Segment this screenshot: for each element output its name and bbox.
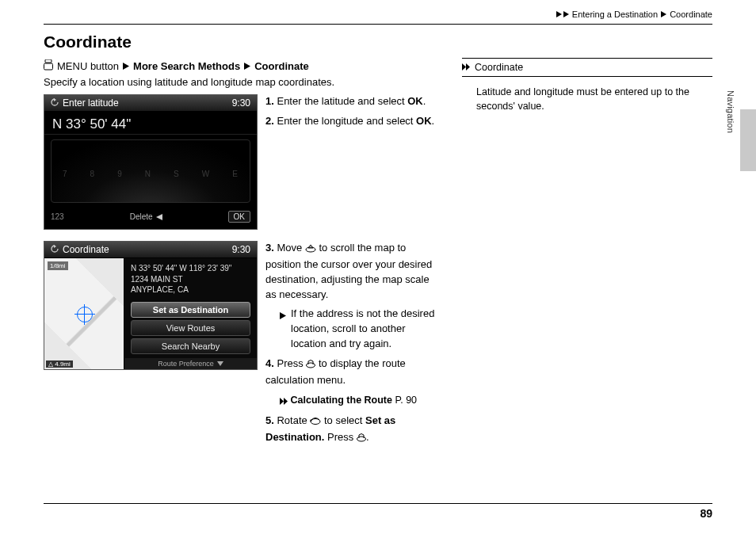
menu-button-icon	[44, 59, 53, 73]
triangle-icon	[563, 11, 569, 17]
map-scale: 1/8mi	[48, 261, 68, 270]
svg-marker-10	[217, 361, 223, 366]
step-number: 2.	[265, 115, 274, 127]
press-button-icon	[306, 358, 315, 373]
step-number: 5.	[265, 414, 274, 426]
link-icon	[280, 395, 288, 409]
step-number: 1.	[265, 95, 274, 107]
page: Entering a Destination Coordinate Coordi…	[44, 0, 712, 515]
svg-marker-7	[54, 98, 56, 101]
svg-rect-4	[44, 63, 53, 70]
step-ok: OK	[407, 95, 423, 107]
chevron-down-icon	[217, 361, 223, 366]
side-note-body: Latitude and longitude must be entered u…	[462, 77, 712, 113]
step-text: Move to scroll the map to position the c…	[265, 242, 432, 300]
section-tab	[740, 109, 756, 171]
triangle-icon	[123, 63, 129, 70]
page-number: 89	[44, 503, 712, 520]
main-column: MENU button More Search Methods Coordina…	[44, 58, 440, 462]
cross-reference: Calculating the Route P. 90	[265, 393, 440, 409]
step-text: Enter the latitude and select	[277, 95, 407, 107]
joystick-icon	[305, 242, 316, 257]
triangle-icon	[244, 63, 250, 70]
svg-marker-8	[156, 214, 162, 220]
side-note-header: Coordinate	[462, 58, 712, 77]
breadcrumb-level-1: Entering a Destination	[572, 10, 658, 19]
path-text-1: MENU button	[57, 60, 119, 72]
screenshot-coordinate-map: Coordinate 9:30 1/8mi △ 4.9mi N	[44, 241, 258, 370]
page-title: Coordinate	[44, 32, 712, 51]
triangle-icon	[661, 11, 666, 17]
section-tab-label: Navigation	[726, 90, 735, 133]
step-text: Rotate to select Set as Destination. Pre…	[265, 414, 395, 443]
path-text-3: Coordinate	[254, 60, 309, 72]
svg-marker-6	[244, 63, 250, 70]
menu-search-nearby: Search Nearby	[131, 338, 250, 354]
svg-marker-1	[563, 11, 569, 17]
step-number: 3.	[265, 242, 274, 254]
device-clock: 9:30	[232, 97, 250, 109]
svg-marker-21	[466, 63, 470, 71]
svg-marker-13	[280, 312, 286, 319]
menu-view-routes: View Routes	[131, 320, 250, 336]
ok-button: OK	[228, 211, 250, 223]
step-text: Enter the longitude and select	[277, 115, 416, 127]
svg-marker-5	[123, 63, 129, 70]
screenshot-enter-latitude: Enter latitude 9:30 N 33° 50' 44" 789NSW…	[44, 94, 258, 230]
triangle-icon	[280, 309, 286, 352]
svg-marker-15	[280, 398, 284, 405]
menu-path: MENU button More Search Methods Coordina…	[44, 59, 440, 73]
delete-button: Delete	[130, 212, 162, 221]
address-readout: N 33° 50' 44" W 118° 23' 39" 1234 MAIN S…	[124, 258, 257, 300]
side-column: Coordinate Latitude and longitude must b…	[462, 58, 712, 462]
latitude-readout: N 33° 50' 44"	[44, 112, 257, 135]
svg-point-19	[357, 437, 365, 441]
intro-text: Specify a location using latitude and lo…	[44, 76, 440, 88]
device-title: Coordinate	[63, 244, 109, 255]
step-text: Press to display the route calculation m…	[265, 357, 406, 386]
step-number: 4.	[265, 357, 274, 369]
breadcrumb-level-2: Coordinate	[670, 10, 712, 19]
svg-rect-3	[45, 59, 52, 63]
device-title: Enter latitude	[63, 97, 119, 109]
svg-marker-16	[284, 398, 288, 405]
keypad-label: 123	[51, 212, 64, 221]
triangle-left-icon	[156, 214, 162, 220]
triangle-icon	[556, 11, 562, 17]
link-icon	[462, 62, 470, 73]
press-button-icon	[357, 432, 366, 447]
svg-point-14	[307, 363, 315, 368]
back-icon	[51, 97, 59, 109]
breadcrumb: Entering a Destination Coordinate	[44, 0, 712, 25]
map-preview: 1/8mi △ 4.9mi	[44, 258, 124, 369]
menu-set-as-destination: Set as Destination	[131, 302, 250, 318]
svg-marker-2	[661, 11, 666, 17]
map-cursor-icon	[77, 307, 93, 322]
path-text-2: More Search Methods	[133, 60, 240, 72]
rotary-dial-icon	[310, 415, 321, 430]
svg-marker-9	[54, 245, 56, 248]
menu-footer: Route Preference	[124, 358, 257, 369]
step-subtext: If the address is not the desired locati…	[291, 307, 440, 352]
input-dial: 789NSWE	[51, 139, 250, 203]
step-ok: OK	[416, 115, 432, 127]
back-icon	[51, 244, 59, 255]
map-distance: △ 4.9mi	[46, 360, 73, 368]
svg-marker-20	[462, 63, 466, 71]
svg-marker-0	[556, 11, 562, 17]
device-clock: 9:30	[232, 244, 250, 255]
